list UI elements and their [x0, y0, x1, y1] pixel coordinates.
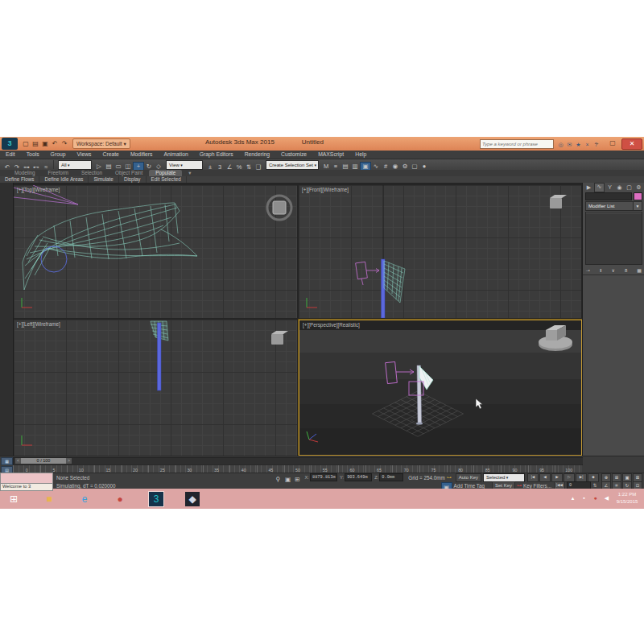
- pin-stack-button[interactable]: ⊸: [586, 266, 590, 275]
- time-slider-handle[interactable]: < 0 / 100 >: [15, 458, 72, 464]
- viewport-front-label[interactable]: [+][Front][Wireframe]: [302, 187, 349, 192]
- undo-qat-icon[interactable]: ↶: [50, 139, 60, 149]
- menu-views[interactable]: Views: [71, 151, 97, 159]
- remove-modifier-button[interactable]: 8: [625, 266, 627, 275]
- go-to-end-icon[interactable]: ▶|: [576, 473, 587, 482]
- mouse-cursor: [476, 398, 483, 409]
- title-bar: 3 ▢▤▣↶↷ Workspace: Default Autodesk 3ds …: [0, 137, 644, 151]
- viewport-top-label[interactable]: [+][Top][Wireframe]: [17, 187, 60, 192]
- simulate-button[interactable]: Simulate: [89, 176, 119, 183]
- maxscript-mini-listener[interactable]: Welcome to 3: [0, 473, 53, 489]
- tray-show-hidden-icon[interactable]: ▴: [569, 493, 576, 504]
- tray-alert-icon[interactable]: ●: [592, 493, 599, 504]
- object-color-swatch[interactable]: [634, 192, 642, 200]
- quick-access-toolbar: ▢▤▣↶↷: [21, 139, 69, 149]
- open-mini-curve-editor-icon[interactable]: ▦: [1, 457, 13, 465]
- viewcube-perspective: [539, 325, 572, 351]
- viewport-top[interactable]: [+][Top][Wireframe]: [14, 185, 297, 318]
- show-end-result-button[interactable]: ‖: [600, 266, 601, 275]
- workspace-selector[interactable]: Workspace: Default: [72, 138, 130, 149]
- menu-animation[interactable]: Animation: [158, 151, 193, 159]
- selection-filter-dropdown[interactable]: All: [58, 160, 92, 170]
- perspective-viewport-geometry: [299, 320, 581, 455]
- key-filters-button[interactable]: Key Filters...: [523, 483, 551, 489]
- file-explorer-icon[interactable]: ■: [42, 492, 56, 506]
- x-coordinate-label: X:: [305, 475, 309, 480]
- chevron-down-icon[interactable]: ▼: [633, 201, 642, 211]
- 3ds-max-taskbar-icon[interactable]: 3: [148, 491, 164, 507]
- search-input[interactable]: [480, 139, 554, 149]
- search-icon[interactable]: ◎: [556, 140, 565, 149]
- modifier-list-label: Modifier List: [585, 201, 633, 211]
- viewport-area: [+][Top][Wireframe]: [0, 183, 644, 456]
- track-bar: ▦▤ < 0 / 100 > 0510152025303540455055606…: [0, 456, 644, 473]
- display-tab-icon[interactable]: ▢: [625, 184, 634, 192]
- close-button[interactable]: ✕: [621, 138, 642, 150]
- z-coordinate-field[interactable]: 0.0mm: [379, 473, 403, 481]
- go-to-start-icon[interactable]: |◀: [527, 473, 539, 482]
- menu-customize[interactable]: Customize: [275, 151, 312, 159]
- display-button[interactable]: Display: [119, 176, 147, 183]
- application-menu-button[interactable]: 3: [2, 138, 18, 150]
- next-frame-arrow[interactable]: >: [66, 458, 72, 464]
- x-coordinate-field[interactable]: 8879.813m: [310, 473, 337, 481]
- edit-selected-button[interactable]: Edit Selected: [147, 176, 187, 183]
- key-mode-toggle-icon[interactable]: ◆: [588, 473, 599, 482]
- new-scene-icon[interactable]: ▢: [21, 139, 31, 149]
- save-file-icon[interactable]: ▣: [40, 139, 50, 149]
- internet-explorer-icon[interactable]: e: [77, 492, 92, 506]
- auto-key-button[interactable]: Auto Key: [456, 473, 481, 482]
- maximize-button[interactable]: ▢: [605, 138, 620, 148]
- command-panel: ▶∿Y◉▢⚙ Modifier List ▼ ⊸‖∨8▦: [582, 183, 644, 456]
- minimize-button[interactable]: –: [589, 138, 604, 148]
- ribbon-tab-selection[interactable]: Selection: [75, 170, 109, 176]
- motion-tab-icon[interactable]: ◉: [615, 184, 624, 192]
- pinned-app-icon[interactable]: ◆: [185, 492, 200, 506]
- ribbon-tab-object-paint[interactable]: Object Paint: [109, 170, 149, 176]
- tray-network-icon[interactable]: ▪: [580, 493, 588, 504]
- z-coordinate-label: Z:: [374, 475, 378, 480]
- configure-modifier-sets-button[interactable]: ▦: [637, 266, 642, 275]
- modify-tab-icon[interactable]: ∿: [594, 183, 605, 192]
- macro-recorder-pane[interactable]: [0, 473, 53, 484]
- modifier-list-dropdown[interactable]: Modifier List ▼: [585, 202, 642, 210]
- make-unique-button[interactable]: ∨: [612, 266, 615, 275]
- tray-volume-icon[interactable]: ◀: [603, 493, 610, 504]
- ribbon-tab-freeform[interactable]: Freeform: [42, 170, 76, 176]
- welcome-window-title[interactable]: Welcome to 3: [0, 484, 53, 491]
- communication-center-icon[interactable]: ✉: [565, 140, 574, 149]
- object-name-field[interactable]: [585, 192, 632, 200]
- define-flows-button[interactable]: Define Flows: [0, 176, 39, 183]
- ribbon-tab-bar: ModelingFreeformSelectionObject PaintPop…: [0, 170, 644, 176]
- viewport-left[interactable]: [+][Left][Wireframe]: [14, 320, 297, 456]
- sign-in-icon[interactable]: ★: [574, 140, 583, 149]
- named-selection-set-dropdown[interactable]: Create Selection Set: [266, 160, 319, 170]
- viewport-left-label[interactable]: [+][Left][Wireframe]: [17, 321, 60, 327]
- redo-qat-icon[interactable]: ↷: [60, 139, 69, 149]
- previous-frame-arrow[interactable]: <: [15, 458, 21, 464]
- ribbon-options-icon[interactable]: ▾: [182, 170, 197, 176]
- create-tab-icon[interactable]: ▶: [584, 184, 593, 192]
- y-coordinate-field[interactable]: 903.649m: [345, 473, 372, 481]
- status-bar: None Selected ⚲▣⊞ X: 8879.813m Y: 903.64…: [0, 473, 644, 489]
- next-frame-icon[interactable]: ▷: [564, 473, 575, 482]
- ribbon-tab-populate[interactable]: Populate: [149, 170, 182, 176]
- modifier-stack-list[interactable]: [585, 212, 642, 265]
- viewport-perspective-label[interactable]: [+][Perspective][Realistic]: [303, 322, 360, 328]
- media-app-icon[interactable]: ●: [113, 492, 127, 506]
- window-title: Autodesk 3ds Max 2015 Untitled: [205, 138, 398, 146]
- start-button[interactable]: ⊞: [6, 492, 21, 506]
- define-idle-areas-button[interactable]: Define Idle Areas: [39, 176, 89, 183]
- hierarchy-tab-icon[interactable]: Y: [605, 184, 614, 192]
- viewport-front[interactable]: [+][Front][Wireframe]: [299, 185, 581, 318]
- utilities-tab-icon[interactable]: ⚙: [634, 184, 643, 192]
- ribbon-tab-modeling[interactable]: Modeling: [8, 170, 42, 176]
- add-time-tag[interactable]: Add Time Tag: [454, 483, 485, 489]
- viewcube-left: [271, 331, 288, 345]
- taskbar-clock[interactable]: 1:22 PM 9/15/2015: [612, 491, 642, 506]
- open-file-icon[interactable]: ▤: [31, 139, 40, 149]
- viewport-perspective[interactable]: [+][Perspective][Realistic]: [299, 320, 582, 456]
- previous-frame-icon[interactable]: ◀: [539, 473, 551, 482]
- reference-coordinate-dropdown[interactable]: View: [166, 160, 203, 170]
- main-toolbar: ↶↷⊶⊷≈ All ▷▤▭◫+↻◇ View ±3∠%⇅❑ Create Sel…: [0, 159, 644, 171]
